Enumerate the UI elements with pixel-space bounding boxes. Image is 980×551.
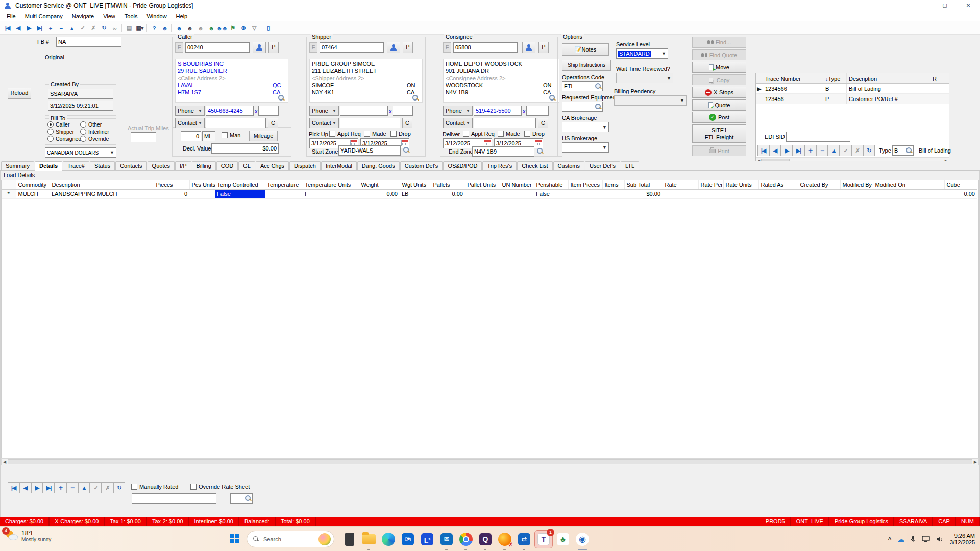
decl-value-input[interactable]: $0.00	[211, 143, 279, 154]
scroll-left-icon[interactable]: ◀	[3, 460, 6, 464]
column-header[interactable]: Rate	[663, 180, 698, 189]
caller-contact-person-button[interactable]	[253, 42, 266, 53]
load-detail-cell[interactable]: MULCH	[16, 189, 50, 198]
calendar-icon[interactable]	[484, 140, 491, 146]
x-stops-button[interactable]: X-Stops	[692, 87, 746, 98]
shipper-ext-input[interactable]	[393, 106, 413, 116]
maximize-button[interactable]: ▢	[933, 0, 957, 11]
shipper-phone-combo[interactable]: Phone▼	[309, 106, 339, 116]
column-header[interactable]: Temperature Units	[303, 180, 359, 189]
mileage-button[interactable]: Mileage	[249, 131, 278, 141]
column-header[interactable]: Description	[50, 180, 154, 189]
microphone-icon[interactable]	[911, 536, 916, 543]
bill-to-radio[interactable]: Other	[80, 121, 116, 129]
currency-select[interactable]: CANADIAN DOLLARS ▼	[45, 147, 116, 158]
bill-to-radio[interactable]: Caller	[47, 121, 80, 129]
tab[interactable]: Summary	[1, 161, 34, 170]
nav-last-button[interactable]: ▶|	[793, 145, 804, 156]
column-header[interactable]: Item Pieces	[568, 180, 602, 189]
speaker-icon[interactable]	[936, 536, 944, 542]
ca-brokerage-select[interactable]: ▼	[562, 122, 609, 132]
bill-to-radio[interactable]: Override	[80, 136, 116, 143]
binoculars-search-button[interactable]: ∞	[109, 22, 120, 34]
manually-rated-checkbox[interactable]: Manually Rated	[131, 484, 178, 490]
close-button[interactable]: ✕	[957, 0, 980, 11]
consignee-phone-combo[interactable]: Phone▼	[443, 106, 473, 116]
plant-app-icon[interactable]: ♣	[554, 531, 572, 548]
shipper-contact-combo[interactable]: Contact▼	[309, 118, 339, 128]
insert-record-button[interactable]: +	[45, 22, 56, 34]
tab[interactable]: COD	[216, 161, 238, 170]
rate-code-input[interactable]	[230, 493, 253, 504]
caller-zoom-icon[interactable]	[278, 94, 285, 102]
pickup-made-checkbox[interactable]: Made	[364, 131, 386, 137]
load-detail-cell[interactable]	[265, 189, 303, 198]
scroll-thumb[interactable]	[8, 459, 972, 464]
calendar-icon[interactable]	[535, 140, 542, 146]
load-detail-cell[interactable]: 0.00	[944, 189, 977, 198]
map-flag-button[interactable]: ⚑	[227, 22, 238, 34]
carriers-button[interactable]: ☻☻	[216, 22, 227, 34]
chrome-icon[interactable]	[457, 531, 475, 548]
consignee-code-input[interactable]: 05808	[453, 42, 518, 53]
edit-record-button[interactable]: ▲	[78, 482, 90, 493]
consignee-zoom-icon[interactable]	[549, 94, 556, 102]
tab[interactable]: Billing	[192, 161, 216, 170]
rate-input[interactable]	[132, 493, 216, 504]
nav-next-button[interactable]: ▶	[23, 22, 34, 34]
edge-icon[interactable]	[380, 531, 397, 548]
load-detail-cell[interactable]	[465, 189, 500, 198]
shipper-contact-person-button[interactable]	[387, 42, 400, 53]
help-button[interactable]: ?	[149, 22, 159, 34]
column-header[interactable]: Modified By	[840, 180, 873, 189]
caller-contact-input[interactable]	[206, 118, 266, 128]
nav-next-button[interactable]: ▶	[31, 482, 43, 493]
tmwin-icon[interactable]: T1	[535, 531, 552, 548]
column-header[interactable]: Items	[602, 180, 624, 189]
actual-trip-miles-input[interactable]	[131, 132, 156, 142]
tab[interactable]: Details	[35, 161, 62, 171]
load-detail-cell[interactable]: 0.00	[431, 189, 465, 198]
post-edit-button[interactable]: ✓	[840, 145, 851, 156]
menu-item[interactable]: Tools	[120, 12, 142, 20]
delete-record-button[interactable]: −	[66, 482, 78, 493]
driver-button[interactable]: ☻	[195, 22, 206, 34]
microsoft-store-icon[interactable]: 🛍	[399, 531, 416, 548]
tab[interactable]: GL	[238, 161, 255, 170]
menu-item[interactable]: Help	[172, 12, 192, 20]
load-detail-cell[interactable]: F	[303, 189, 359, 198]
trace-row[interactable]: ▶ 1234566 B Bill of Lading	[756, 84, 949, 94]
shipper-c-button[interactable]: C	[402, 118, 412, 128]
requested-equipment-search-icon[interactable]	[595, 103, 602, 110]
dark-app-icon[interactable]	[341, 531, 358, 548]
nav-first-button[interactable]: |◀	[8, 482, 19, 493]
minimize-button[interactable]: —	[910, 0, 933, 11]
load-details-data-row[interactable]: * MULCHLANDSCAPPING MULCH0FalseF0.00LB0.…	[2, 189, 977, 198]
nav-next-button[interactable]: ▶	[781, 145, 793, 156]
load-detail-cell[interactable]: 0.00	[359, 189, 400, 198]
start-zone-search-icon[interactable]	[403, 146, 410, 154]
us-brokerage-select[interactable]: ▼	[562, 142, 609, 153]
bill-to-radio[interactable]: Shipper	[47, 129, 80, 136]
column-header[interactable]: Rate Per	[698, 180, 723, 189]
caller-c-button[interactable]: C	[268, 118, 278, 128]
shipper-code-input[interactable]: 07464	[320, 42, 384, 53]
notes-button[interactable]: 📝Notes	[562, 43, 609, 56]
caller-contact-combo[interactable]: Contact▼	[175, 118, 205, 128]
man-checkbox[interactable]: Man	[222, 132, 240, 138]
move-button[interactable]: Move	[692, 62, 746, 73]
separator[interactable]	[259, 22, 263, 34]
tab[interactable]: Contacts	[115, 161, 146, 170]
menu-item[interactable]: View	[99, 12, 120, 20]
tab[interactable]: Quotes	[148, 161, 175, 170]
end-zone-search-icon[interactable]	[536, 147, 544, 155]
delete-record-button[interactable]: −	[816, 145, 828, 156]
search-highlight-image[interactable]	[318, 533, 331, 545]
load-detail-cell[interactable]	[189, 189, 215, 198]
trace-type-search-icon[interactable]	[905, 147, 913, 154]
load-detail-cell[interactable]	[602, 189, 624, 198]
column-header[interactable]: Cube	[944, 180, 977, 189]
site-freight-button[interactable]: SITE1FTL Freight	[692, 124, 746, 143]
menu-item[interactable]: Multi-Company	[20, 12, 67, 20]
shipper-phone-input[interactable]	[340, 106, 388, 116]
